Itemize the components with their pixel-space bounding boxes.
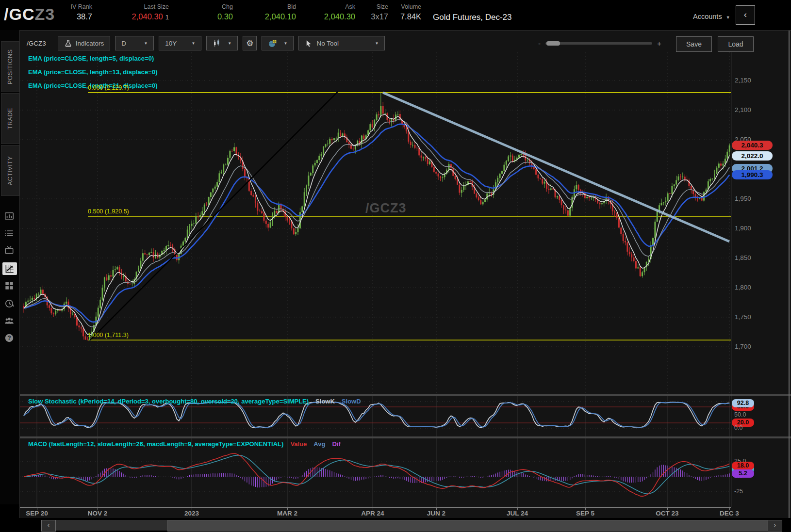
macd-legend-dif: Dif [332,440,340,448]
study-label-ema-0[interactable]: EMA (price=CLOSE, length=5, displace=0) [28,55,154,62]
fib-level-label[interactable]: 0.000 (2,129.7) [88,84,129,91]
quote-field-ask: Ask2,040.30 [301,3,355,21]
chart-style-dropdown[interactable]: ▼ [206,36,238,50]
time-axis-label: OCT 23 [650,510,684,517]
chevron-down-icon: ▼ [726,15,730,20]
scroll-right-button[interactable]: › [768,520,782,532]
time-axis-label: APR 24 [356,510,390,517]
watchlist-icon[interactable] [4,228,16,239]
time-axis-label: SEP 5 [568,510,602,517]
time-axis-label: JUN 2 [419,510,453,517]
sidebar-tab-trade[interactable]: TRADE [1,93,19,144]
price-axis-tick: 1,950 [735,195,751,202]
left-sidebar: POSITIONSTRADEACTIVITY? [0,30,19,504]
gear-icon: ⚙ [246,38,253,48]
macd-legend-avg: Avg [313,440,325,448]
chart-scrollbar[interactable]: ‹ › [41,520,782,531]
price-axis-bubble: 2,022.0 [732,151,773,161]
quote-field-iv-rank: IV Rank38.7 [52,3,92,21]
time-axis-label: 2023 [175,510,209,517]
time-axis[interactable] [20,507,731,508]
quote-header: /GCZ3 IV Rank38.7Last Size2,040.301Chg0.… [0,0,791,30]
history-icon[interactable] [4,298,16,309]
layout-grid-dropdown[interactable]: ▼ [262,36,294,50]
time-axis-label: DEC 3 [712,510,746,517]
macd-axis-bubble: 5.2 [732,469,754,478]
price-axis-bubble: 1,990.3 [732,170,773,179]
main-chart-canvas[interactable]: /GCZ3 [20,52,731,394]
time-axis-label: MAR 2 [270,510,304,517]
price-axis-tick: 2,100 [735,106,751,113]
stochastic-axis-tick: 50.0 [734,411,746,418]
community-icon[interactable] [4,315,16,326]
stochastic-legend-slowd: SlowD [342,398,361,405]
range-dropdown[interactable]: 10Y▼ [159,36,201,50]
drawing-tool-dropdown[interactable]: No Tool ▼ [298,36,385,50]
price-axis-tick: 1,800 [735,284,751,291]
scrollbar-thumb[interactable] [167,520,770,532]
toolbar-symbol-label: /GCZ3 [27,40,46,47]
tv-icon[interactable] [4,245,16,256]
price-axis-bubble: 2,040.3 [732,141,773,150]
scroll-left-button[interactable]: ‹ [41,520,56,532]
stochastic-legend-slowk: SlowK [315,398,335,405]
zoom-slider-track[interactable] [545,42,652,45]
stochastic-axis-tick: 0.0 [734,424,742,431]
macd-axis-bubble: 18.0 [732,462,754,470]
price-axis-tick: 2,150 [735,77,751,84]
zoom-in-button[interactable]: + [657,39,661,48]
quote-field-chg: Chg0.30 [187,3,233,21]
time-axis-label: SEP 20 [20,510,54,517]
svg-text:/GCZ3: /GCZ3 [365,201,407,215]
layout-grid-icon [268,39,277,48]
sidebar-tab-positions[interactable]: POSITIONS [1,41,19,92]
save-button[interactable]: Save [676,36,712,52]
time-zoom-slider[interactable]: - + [538,39,661,48]
chevron-down-icon: ▼ [228,41,231,46]
price-axis-tick: 1,850 [735,254,751,261]
svg-text:?: ? [7,335,11,341]
chevron-down-icon: ▼ [144,41,148,46]
instrument-symbol: /GCZ3 [4,5,55,24]
cursor-icon [305,39,313,48]
macd-pane-canvas[interactable] [20,438,731,507]
load-button[interactable]: Load [718,36,754,52]
fib-level-label[interactable]: 0.500 (1,920.5) [88,208,129,215]
zoom-out-button[interactable]: - [538,39,541,48]
chart-icon[interactable] [2,262,17,275]
time-axis-label: JUL 24 [500,510,534,517]
stochastic-title[interactable]: Slow Stochastic (kPeriod=14, dPeriod=3, … [28,398,309,405]
macd-title[interactable]: MACD (fastLength=12, slowLength=26, macd… [28,440,283,448]
instrument-description: Gold Futures, Dec-23 [433,13,512,22]
quote-field-volume: Volume7.84K [390,3,421,21]
study-label-ema-1[interactable]: EMA (price=CLOSE, length=13, displace=0) [28,68,157,76]
report-icon[interactable] [4,211,16,222]
price-axis-tick: 1,900 [735,225,751,232]
price-axis-tick: 1,750 [735,313,751,321]
settings-gear-button[interactable]: ⚙ [243,36,257,50]
accounts-menu[interactable]: Accounts▼ [693,13,730,20]
quote-field-bid: Bid2,040.10 [241,3,296,21]
collapse-panel-button[interactable]: ‹ [736,5,755,25]
grid-icon[interactable] [4,280,16,291]
stochastic-axis-bubble: 92.8 [732,399,754,407]
chevron-down-icon: ▼ [283,41,287,46]
quote-field-size: Size3x17 [361,3,388,21]
chart-toolbar: /GCZ3 Indicators D▼ 10Y▼ ▼ ⚙ ▼ No Tool ▼… [20,34,791,52]
quote-field-last-size: Last Size2,040.301 [96,3,169,21]
timeframe-dropdown[interactable]: D▼ [115,36,154,50]
symbol-suffix: Z3 [34,5,55,23]
chart-widget: /GCZ3 Indicators D▼ 10Y▼ ▼ ⚙ ▼ No Tool ▼… [19,30,791,518]
zoom-slider-handle[interactable] [546,41,560,46]
chevron-down-icon: ▼ [375,41,379,46]
beaker-icon [64,39,72,48]
sidebar-tab-activity[interactable]: ACTIVITY [1,145,19,196]
fib-level-label[interactable]: 1.000 (1,711.3) [88,332,129,339]
macd-legend-value: Value [290,440,307,448]
price-axis-tick: 1,700 [735,343,751,350]
time-axis-label: NOV 2 [81,510,115,517]
help-icon[interactable]: ? [4,333,16,343]
indicators-button[interactable]: Indicators [58,36,111,50]
price-axis[interactable] [731,52,731,507]
right-edge-strip [789,31,790,518]
